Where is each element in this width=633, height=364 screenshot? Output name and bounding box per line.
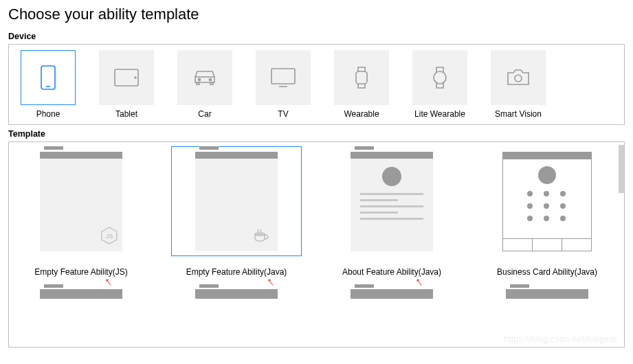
watermark: https://blog.csdn.net/haigear xyxy=(504,334,617,344)
wearable-icon xyxy=(354,66,369,89)
svg-point-13 xyxy=(515,75,522,82)
device-lite-wearable[interactable]: Lite Wearable xyxy=(409,50,471,119)
device-tablet-box xyxy=(99,50,154,105)
svg-text:JS: JS xyxy=(105,233,113,240)
device-tv-box xyxy=(256,50,311,105)
device-section-label: Device xyxy=(8,32,625,41)
device-wearable-label: Wearable xyxy=(344,109,379,119)
device-panel: Phone Tablet Car TV Wearable xyxy=(8,44,625,125)
template-about-java-thumb xyxy=(326,146,457,256)
device-tablet-label: Tablet xyxy=(115,109,137,119)
tv-icon xyxy=(271,68,296,87)
template-next-row xyxy=(16,289,617,299)
device-car-box xyxy=(177,50,232,105)
template-about-java-label: About Feature Ability(Java) xyxy=(342,267,441,277)
device-phone-label: Phone xyxy=(36,109,60,119)
svg-point-3 xyxy=(135,77,136,78)
svg-point-12 xyxy=(434,71,446,84)
template-empty-js-thumb: JS xyxy=(16,146,146,256)
template-empty-js[interactable]: JS Empty Feature Ability(JS) ↑ xyxy=(16,146,146,277)
phone-icon xyxy=(41,65,56,90)
svg-point-5 xyxy=(199,79,201,81)
template-partial-3[interactable] xyxy=(326,289,457,299)
svg-point-6 xyxy=(210,79,212,81)
tablet-icon xyxy=(114,69,139,87)
device-wearable-box xyxy=(334,50,389,105)
device-lite-wearable-box xyxy=(412,50,467,105)
camera-icon xyxy=(507,69,530,87)
template-business-java-thumb xyxy=(482,146,612,256)
java-badge-icon xyxy=(253,229,269,244)
template-section-label: Template xyxy=(8,129,625,139)
business-preview xyxy=(502,152,592,251)
template-grid: JS Empty Feature Ability(JS) ↑ Empty Fea… xyxy=(16,146,617,277)
template-business-java-label: Business Card Ability(Java) xyxy=(497,267,597,277)
template-partial-1[interactable] xyxy=(16,289,146,299)
template-empty-java-thumb xyxy=(171,146,302,256)
template-empty-java-label: Empty Feature Ability(Java) xyxy=(186,267,287,277)
device-wearable[interactable]: Wearable xyxy=(331,50,392,119)
device-lite-wearable-label: Lite Wearable xyxy=(414,109,465,119)
car-icon xyxy=(192,69,218,87)
device-smart-vision[interactable]: Smart Vision xyxy=(487,50,549,119)
device-phone[interactable]: Phone xyxy=(17,50,79,119)
svg-rect-7 xyxy=(197,82,199,84)
device-tv-label: TV xyxy=(278,109,288,119)
about-preview xyxy=(351,159,433,220)
template-empty-js-label: Empty Feature Ability(JS) xyxy=(34,267,127,277)
template-panel: JS Empty Feature Ability(JS) ↑ Empty Fea… xyxy=(8,141,625,348)
device-car-label: Car xyxy=(198,109,211,119)
device-tv[interactable]: TV xyxy=(252,50,314,119)
template-empty-java[interactable]: Empty Feature Ability(Java) ↑ xyxy=(171,146,302,277)
device-tablet[interactable]: Tablet xyxy=(96,50,157,119)
page-title: Choose your ability template xyxy=(8,5,625,23)
svg-rect-9 xyxy=(271,69,295,84)
device-smart-vision-label: Smart Vision xyxy=(495,109,542,119)
device-phone-box xyxy=(21,50,76,105)
device-car[interactable]: Car xyxy=(174,50,236,119)
device-smart-vision-box xyxy=(491,50,546,105)
svg-rect-8 xyxy=(210,82,213,84)
template-partial-2[interactable] xyxy=(171,289,302,299)
scrollbar-thumb[interactable] xyxy=(619,145,624,193)
svg-rect-11 xyxy=(356,71,367,84)
lite-wearable-icon xyxy=(432,66,447,89)
template-partial-4[interactable] xyxy=(482,289,612,299)
template-business-java[interactable]: Business Card Ability(Java) xyxy=(482,146,612,277)
device-row: Phone Tablet Car TV Wearable xyxy=(17,50,616,119)
svg-rect-0 xyxy=(41,66,55,89)
js-badge-icon: JS xyxy=(100,227,118,247)
template-about-java[interactable]: About Feature Ability(Java) ↑ xyxy=(326,146,457,277)
